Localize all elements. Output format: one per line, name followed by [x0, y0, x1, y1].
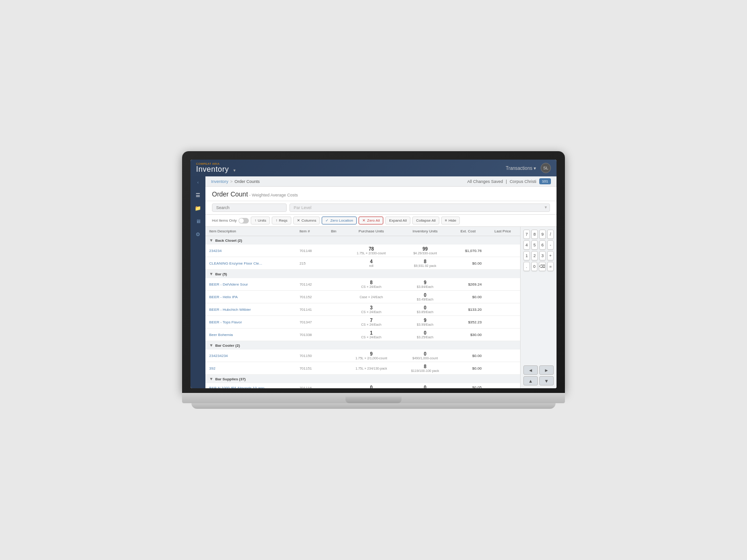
filter-zero-location-btn[interactable]: ✓ Zero Location	[322, 217, 357, 224]
numpad-1[interactable]: 1	[523, 251, 530, 260]
user-initials: SL	[543, 166, 548, 170]
user-avatar[interactable]: SL	[541, 163, 551, 173]
table-row[interactable]: BEER - Helix IPA 701152 Case × 24/Each 0…	[205, 291, 520, 303]
cell-pu[interactable]: 7 CS × 24/Each	[343, 316, 400, 329]
sidebar-collapse-toggle[interactable]: ‹	[197, 180, 199, 185]
numpad-left[interactable]: ◄	[523, 365, 538, 375]
search-input[interactable]	[212, 203, 287, 212]
numpad-div[interactable]: /	[547, 230, 554, 239]
cell-pu[interactable]: 1 CS × 24/Each	[343, 329, 400, 341]
numpad-minus[interactable]: -	[547, 240, 554, 250]
table-row[interactable]: 234234 701148 78 1.75L × 2/330-count 99 …	[205, 245, 520, 257]
cell-iu[interactable]: 0 $3.85/Each	[400, 303, 451, 316]
numpad-plus[interactable]: +	[547, 251, 554, 260]
numpad-up[interactable]: ▲	[523, 376, 538, 385]
numpad-dot[interactable]: .	[523, 262, 530, 271]
filter-collapse-btn[interactable]: Collapse All	[412, 217, 439, 224]
main-table-area: Item Description Item # Bin Purchase Uni…	[205, 227, 520, 388]
sidebar-icon-folder[interactable]: 📁	[193, 203, 203, 213]
cell-pu[interactable]: Case × 24/Each	[343, 291, 400, 303]
par-level-select[interactable]: Par Level ▼	[289, 203, 550, 212]
numpad-9[interactable]: 9	[539, 230, 546, 239]
cell-bin	[324, 278, 343, 291]
cell-item-num: 215	[296, 257, 324, 270]
cell-pu[interactable]: 8 CS × 24/Each	[343, 278, 400, 291]
save-status: All Changes Saved	[467, 179, 503, 184]
sidebar-icon-monitor[interactable]: 🖥	[193, 217, 203, 226]
cell-item-desc: BEER - Helix IPA	[205, 291, 296, 303]
inventory-table: Item Description Item # Bin Purchase Uni…	[205, 227, 520, 388]
reqs-label: Reqs	[279, 218, 288, 223]
cell-ext-cost: $0.00	[451, 362, 485, 375]
breadcrumb-inventory[interactable]: Inventory	[211, 179, 228, 184]
cell-iu[interactable]: 9 $3.84/Each	[400, 278, 451, 291]
numpad-2[interactable]: 2	[531, 251, 538, 260]
numpad-4[interactable]: 4	[523, 240, 530, 250]
expand-label: Expand All	[389, 218, 407, 223]
hot-items-toggle[interactable]	[239, 218, 249, 224]
cell-last-price	[486, 329, 520, 341]
cell-item-desc: B&B N 1000 IPA Almonds 10-ann	[205, 383, 296, 388]
transactions-menu[interactable]: Transactions ▾	[506, 166, 536, 171]
numpad-3[interactable]: 3	[539, 251, 546, 260]
table-section-row[interactable]: ▼Bar Cooler (2)	[205, 341, 520, 350]
table-row[interactable]: Beer Bohemia 701338 1 CS × 24/Each 0 $3.…	[205, 329, 520, 341]
cell-iu[interactable]: 0 $490/1,000-count	[400, 350, 451, 362]
page-subtitle: - Weighted Average Costs	[249, 193, 298, 197]
numpad-5[interactable]: 5	[531, 240, 538, 250]
table-row[interactable]: CLEANING Enzyme Floor Cle... 215 4 roll …	[205, 257, 520, 270]
breadcrumb-sep: >	[230, 179, 233, 184]
table-row[interactable]: BEER - Hubchich Witbier 701141 3 CS × 24…	[205, 303, 520, 316]
par-level-label: Par Level	[294, 205, 311, 210]
title-dropdown-arrow[interactable]: ▼	[233, 168, 236, 173]
location-badge[interactable]: 101	[539, 178, 551, 184]
table-row[interactable]: B&B N 1000 IPA Almonds 10-ann 701116 0 0…	[205, 383, 520, 388]
table-row[interactable]: 392 701151 1.75L × 234/130-pack 8 $119/1…	[205, 362, 520, 375]
nav-sep: |	[506, 179, 507, 184]
col-last-price: Last Price	[486, 227, 520, 236]
cell-iu[interactable]: 9 $3.99/Each	[400, 316, 451, 329]
table-row[interactable]: BEER - Tops Flavor 701347 7 CS × 24/Each…	[205, 316, 520, 329]
cell-iu[interactable]: 0 $3.25/Each	[400, 329, 451, 341]
numpad-6[interactable]: 6	[539, 240, 546, 250]
cell-pu[interactable]: 0	[343, 383, 400, 388]
cell-pu[interactable]: 9 1.75L × 2/1,000-count	[343, 350, 400, 362]
numpad-equals[interactable]: =	[547, 262, 554, 271]
numpad-nav-lr: ◄ ►	[523, 365, 554, 375]
numpad-row-3: 1 2 3 +	[523, 251, 554, 260]
app-title: Inventory ▼	[196, 165, 237, 174]
numpad-backspace[interactable]: ⌫	[539, 262, 546, 271]
cell-iu[interactable]: 8 $9,931.92 pack	[400, 257, 451, 270]
cell-iu[interactable]: 0	[400, 383, 451, 388]
table-section-row[interactable]: ▼Bar (5)	[205, 270, 520, 279]
filter-zero-all-btn[interactable]: ✕ Zero All	[359, 217, 383, 224]
table-section-row[interactable]: ▼Bar Supplies (37)	[205, 375, 520, 384]
brand-logo: compeat aria Inventory ▼	[196, 162, 237, 174]
numpad-right[interactable]: ►	[539, 365, 554, 375]
filter-columns-btn[interactable]: ✕ Columns	[293, 217, 320, 224]
cell-iu[interactable]: 8 $119/100-100 pack	[400, 362, 451, 375]
numpad-8[interactable]: 8	[531, 230, 538, 239]
sidebar-icon-inventory[interactable]: ☰	[193, 190, 203, 200]
filter-expand-btn[interactable]: Expand All	[385, 217, 410, 224]
filter-units-btn[interactable]: ↑ Units	[251, 217, 270, 224]
cell-last-price	[486, 316, 520, 329]
cell-pu[interactable]: 1.75L × 234/130-pack	[343, 362, 400, 375]
numpad-row-2: 4 5 6 -	[523, 240, 554, 250]
cell-bin	[324, 383, 343, 388]
numpad-down[interactable]: ▼	[539, 376, 554, 385]
cell-pu[interactable]: 78 1.75L × 2/330-count	[343, 245, 400, 257]
table-section-row[interactable]: ▼Back Closet (2)	[205, 236, 520, 245]
sidebar-icon-settings[interactable]: ⚙	[193, 230, 203, 239]
cell-pu[interactable]: 3 CS × 24/Each	[343, 303, 400, 316]
cell-pu[interactable]: 4 roll	[343, 257, 400, 270]
filter-hide-btn[interactable]: ≡ Hide	[441, 217, 460, 224]
cell-iu[interactable]: 99 $4.29/330-count	[400, 245, 451, 257]
cell-iu[interactable]: 0 $3.49/Each	[400, 291, 451, 303]
numpad-0[interactable]: 0	[531, 262, 538, 271]
numpad-7[interactable]: 7	[523, 230, 530, 239]
filter-reqs-btn[interactable]: ↑ Reqs	[272, 217, 291, 224]
cell-bin	[324, 245, 343, 257]
table-row[interactable]: BEER - DelVidere Sour 701142 8 CS × 24/E…	[205, 278, 520, 291]
table-row[interactable]: 234234234 701150 9 1.75L × 2/1,000-count…	[205, 350, 520, 362]
